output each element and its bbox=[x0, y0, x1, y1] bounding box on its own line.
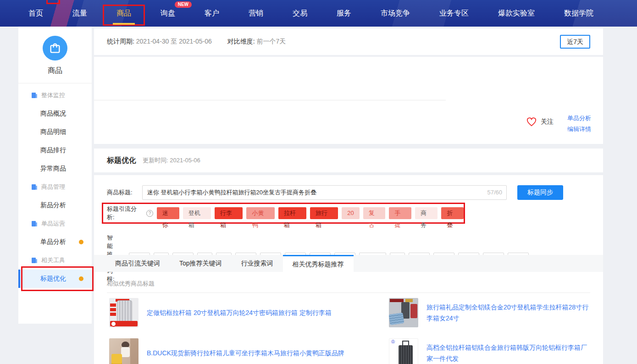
report-icon bbox=[31, 92, 38, 99]
product-grid: 定做铝框拉杆箱 20寸登机箱万向轮24寸密码箱旅行箱 定制行李箱 旅行箱礼品定制… bbox=[109, 298, 592, 364]
similar-titles-header: 相似优秀商品标题 bbox=[107, 280, 155, 288]
sidebar-item-product-ranking[interactable]: 商品排行 bbox=[18, 141, 92, 160]
nav-item-traffic[interactable]: 流量 bbox=[72, 0, 87, 27]
nav-item-hot-product-lab[interactable]: 爆款实验室 bbox=[498, 0, 535, 27]
traffic-tag[interactable]: 登机箱 bbox=[183, 207, 211, 219]
follow-button[interactable]: 关注 bbox=[526, 117, 554, 127]
product-thumbnail[interactable] bbox=[109, 338, 138, 364]
group-label: 相关工具 bbox=[41, 256, 65, 265]
thumb-art bbox=[111, 354, 122, 364]
product-thumbnail[interactable]: ♔ bbox=[389, 338, 418, 364]
product-title-link[interactable]: B.DUCK现货新骑行拉杆箱儿童可坐行李箱木马旅行箱小黄鸭正版品牌 bbox=[147, 347, 344, 358]
traffic-tag[interactable]: 20 bbox=[342, 207, 359, 219]
tab-excellent-title-recommend[interactable]: 相关优秀标题推荐 bbox=[283, 255, 354, 272]
nav-item-trade[interactable]: 交易 bbox=[293, 0, 307, 27]
traffic-tag[interactable]: 折叠 bbox=[441, 207, 464, 219]
traffic-tag[interactable]: 小黄鸭 bbox=[246, 207, 274, 219]
nav-label: 询盘 bbox=[161, 9, 175, 18]
nav-item-services[interactable]: 服务 bbox=[337, 0, 351, 27]
thumb-art bbox=[399, 345, 413, 364]
nav-item-data-academy[interactable]: 数据学院 bbox=[564, 0, 593, 27]
list-item: ♔ 高档全铝拉杆箱铝镁合金旅行箱韩版万向轮铝框行李箱厂家一件代发 bbox=[389, 338, 592, 364]
product-title-link[interactable]: 定做铝框拉杆箱 20寸登机箱万向轮24寸密码箱旅行箱 定制行李箱 bbox=[147, 307, 332, 318]
edit-details-link[interactable]: 编辑详情 bbox=[567, 124, 591, 135]
nav-item-home[interactable]: 首页 bbox=[28, 0, 43, 27]
sidebar-item-product-details[interactable]: 商品明细 bbox=[18, 123, 92, 141]
list-item: 旅行箱礼品定制全铝镁合金20寸登机箱学生拉杆箱28寸行李箱女24寸 bbox=[389, 298, 592, 327]
product-title-input[interactable] bbox=[142, 185, 507, 200]
nav-label: 商品 bbox=[116, 9, 131, 18]
title-sync-button[interactable]: 标题同步 bbox=[517, 185, 563, 200]
annotation-box-traffic-analysis: 标题引流分析: ? 迷你 登机箱 行李箱 小黄鸭 拉杆箱 旅行箱 20 复古 手… bbox=[102, 203, 465, 224]
tab-top-recommend-keywords[interactable]: Top推荐关键词 bbox=[170, 255, 232, 272]
sidebar-item-single-item-analysis[interactable]: 单品分析 bbox=[18, 233, 92, 251]
traffic-tag[interactable]: 旅行箱 bbox=[310, 207, 338, 219]
divider bbox=[18, 83, 92, 83]
notification-dot bbox=[79, 276, 83, 281]
nav-label: 营销 bbox=[249, 9, 263, 18]
sidebar-item-product-overview[interactable]: 商品概况 bbox=[18, 105, 92, 123]
sidebar-group-related-tools: 相关工具 bbox=[18, 251, 92, 270]
sidebar-item-abnormal-products[interactable]: 异常商品 bbox=[18, 160, 92, 178]
group-label: 单品运营 bbox=[41, 220, 65, 228]
list-item: B.DUCK现货新骑行拉杆箱儿童可坐行李箱木马旅行箱小黄鸭正版品牌 bbox=[109, 338, 359, 364]
sidebar-item-new-product-analysis[interactable]: 新品分析 bbox=[18, 196, 92, 215]
list-item: 定做铝框拉杆箱 20寸登机箱万向轮24寸密码箱旅行箱 定制行李箱 bbox=[109, 298, 359, 327]
thumb-art bbox=[389, 313, 404, 325]
keyword-tabbar: 商品引流关键词 Top推荐关键词 行业搜索词 相关优秀标题推荐 bbox=[94, 255, 603, 272]
item-links: 单品分析 编辑详情 bbox=[567, 113, 591, 135]
item-label: 商品明细 bbox=[40, 128, 66, 136]
thumb-art bbox=[111, 321, 116, 327]
date-range-button[interactable]: 近7天 bbox=[560, 35, 590, 49]
nav-item-marketing[interactable]: 营销 bbox=[249, 0, 263, 27]
nav-item-inquiries[interactable]: 询盘 NEW bbox=[161, 0, 175, 27]
thumb-art bbox=[110, 303, 116, 307]
title-optimization-header-card: 标题优化 更新时间: 2021-05-06 bbox=[94, 149, 603, 172]
help-icon[interactable]: ? bbox=[146, 210, 153, 217]
stat-period-label: 统计周期: bbox=[107, 38, 134, 46]
item-info-card: 关注 单品分析 编辑详情 bbox=[94, 57, 603, 144]
traffic-tag[interactable]: 拉杆箱 bbox=[278, 207, 306, 219]
heart-icon bbox=[526, 117, 537, 127]
traffic-tag[interactable]: 商务 bbox=[415, 207, 438, 219]
tab-industry-search-terms[interactable]: 行业搜索词 bbox=[232, 255, 283, 272]
nav-item-customers[interactable]: 客户 bbox=[205, 0, 219, 27]
report-icon bbox=[31, 221, 38, 227]
sidebar-item-title-optimization[interactable]: 标题优化 bbox=[18, 270, 92, 288]
traffic-tag[interactable]: 行李箱 bbox=[215, 207, 243, 219]
nav-item-products[interactable]: 商品 bbox=[116, 0, 131, 27]
nav-item-business-zone[interactable]: 业务专区 bbox=[439, 0, 469, 27]
char-counter: 57/60 bbox=[487, 185, 502, 200]
item-label: 单品分析 bbox=[40, 238, 66, 246]
title-optimization-main-card: 商品标题: 57/60 标题同步 标题引流分析: ? 迷你 登机箱 行李箱 小黄… bbox=[94, 175, 603, 364]
report-icon bbox=[31, 184, 38, 190]
nav-label: 服务 bbox=[337, 9, 351, 18]
report-icon bbox=[31, 257, 38, 264]
traffic-tag[interactable]: 迷你 bbox=[157, 207, 179, 219]
product-title-label: 商品标题: bbox=[107, 185, 133, 200]
item-label: 商品排行 bbox=[40, 146, 66, 154]
follow-label: 关注 bbox=[541, 118, 554, 126]
sidebar-title: 商品 bbox=[18, 66, 92, 76]
traffic-analysis-label: 标题引流分析: bbox=[107, 205, 143, 221]
thumb-art bbox=[410, 304, 417, 318]
sidebar-group-overall-monitoring: 整体监控 bbox=[18, 86, 92, 105]
annotation-fragment bbox=[46, 0, 60, 4]
nav-label: 首页 bbox=[28, 9, 43, 18]
item-label: 新品分析 bbox=[40, 201, 66, 210]
nav-item-market-competition[interactable]: 市场竞争 bbox=[381, 0, 410, 27]
tab-product-traffic-keywords[interactable]: 商品引流关键词 bbox=[105, 255, 170, 272]
shopping-bag-icon bbox=[49, 42, 61, 55]
traffic-tag[interactable]: 复古 bbox=[363, 207, 386, 219]
thumb-art bbox=[110, 308, 116, 311]
product-title-link[interactable]: 旅行箱礼品定制全铝镁合金20寸登机箱学生拉杆箱28寸行李箱女24寸 bbox=[427, 302, 592, 324]
thumb-art bbox=[405, 299, 413, 302]
product-thumbnail[interactable] bbox=[389, 298, 418, 327]
group-label: 商品管理 bbox=[41, 183, 65, 191]
single-item-analysis-link[interactable]: 单品分析 bbox=[567, 113, 591, 124]
products-module-icon bbox=[43, 36, 67, 61]
product-title-link[interactable]: 高档全铝拉杆箱铝镁合金旅行箱韩版万向轮铝框行李箱厂家一件代发 bbox=[427, 342, 592, 364]
nav-label: 客户 bbox=[205, 9, 219, 18]
product-thumbnail[interactable] bbox=[109, 298, 138, 327]
traffic-tag[interactable]: 手提 bbox=[389, 207, 411, 219]
